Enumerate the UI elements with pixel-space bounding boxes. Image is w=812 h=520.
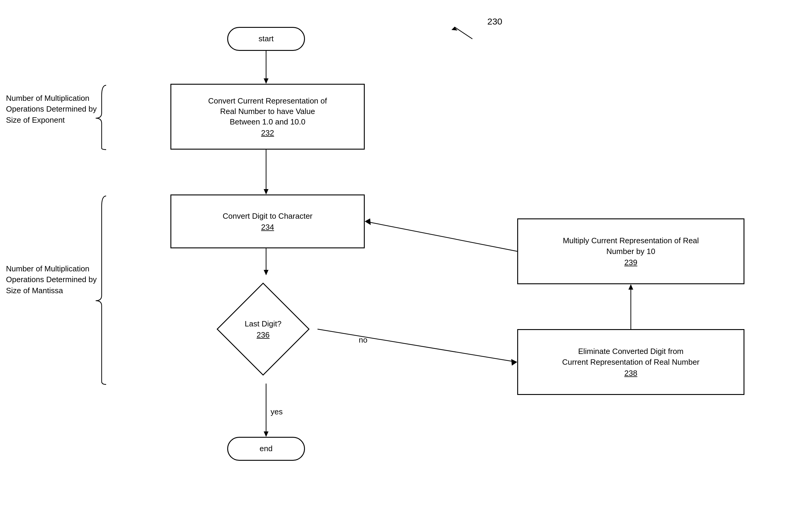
annotation-mantissa: Number of Multiplication Operations Dete… — [6, 263, 102, 296]
diamond236-text: Last Digit? — [245, 319, 282, 329]
annotation-exponent: Number of Multiplication Operations Dete… — [6, 93, 102, 125]
svg-line-0 — [454, 27, 472, 39]
diamond236-num: 236 — [256, 330, 269, 340]
box239-text1: Multiply Current Representation of Real — [563, 235, 699, 246]
box-234: Convert Digit to Character 234 — [170, 194, 365, 248]
annotation2-line1: Number of Multiplication — [6, 263, 102, 274]
box238-text2: Current Representation of Real Number — [562, 357, 700, 367]
start-shape: start — [227, 27, 305, 51]
svg-text:yes: yes — [271, 407, 282, 416]
svg-marker-7 — [264, 270, 269, 275]
box232-num: 232 — [208, 128, 327, 138]
annotation1-line3: Size of Exponent — [6, 114, 102, 125]
box239-text2: Number by 10 — [563, 246, 699, 257]
svg-marker-5 — [264, 189, 269, 194]
box-238: Eliminate Converted Digit from Current R… — [517, 329, 745, 395]
box232-text3: Between 1.0 and 10.0 — [208, 117, 327, 127]
annotation1-line1: Number of Multiplication — [6, 93, 102, 104]
box-239: Multiply Current Representation of Real … — [517, 218, 745, 284]
start-label: start — [259, 33, 274, 44]
svg-marker-3 — [264, 78, 269, 84]
box238-num: 238 — [562, 369, 700, 378]
svg-marker-17 — [365, 218, 371, 225]
annotation2-line3: Size of Mantissa — [6, 285, 102, 296]
box239-num: 239 — [563, 258, 699, 267]
end-shape: end — [227, 437, 305, 461]
box232-text2: Real Number to have Value — [208, 106, 327, 117]
ref-label-230: 230 — [487, 17, 502, 27]
svg-marker-9 — [264, 432, 269, 437]
svg-text:no: no — [359, 335, 367, 344]
annotation1-line2: Operations Determined by — [6, 104, 102, 114]
svg-line-11 — [317, 329, 516, 362]
box-232: Convert Current Representation of Real N… — [170, 84, 365, 150]
box238-text1: Eliminate Converted Digit from — [562, 346, 700, 357]
svg-marker-15 — [628, 284, 633, 290]
annotation2-line2: Operations Determined by — [6, 274, 102, 285]
diamond-236-container: Last Digit? 236 — [209, 275, 317, 383]
svg-line-16 — [365, 222, 517, 251]
box234-text1: Convert Digit to Character — [223, 211, 313, 222]
flowchart: 230 start Convert Current Representation… — [0, 0, 812, 520]
end-label: end — [259, 443, 272, 454]
svg-marker-12 — [511, 359, 517, 366]
box234-num: 234 — [223, 223, 313, 232]
box232-text1: Convert Current Representation of — [208, 96, 327, 106]
